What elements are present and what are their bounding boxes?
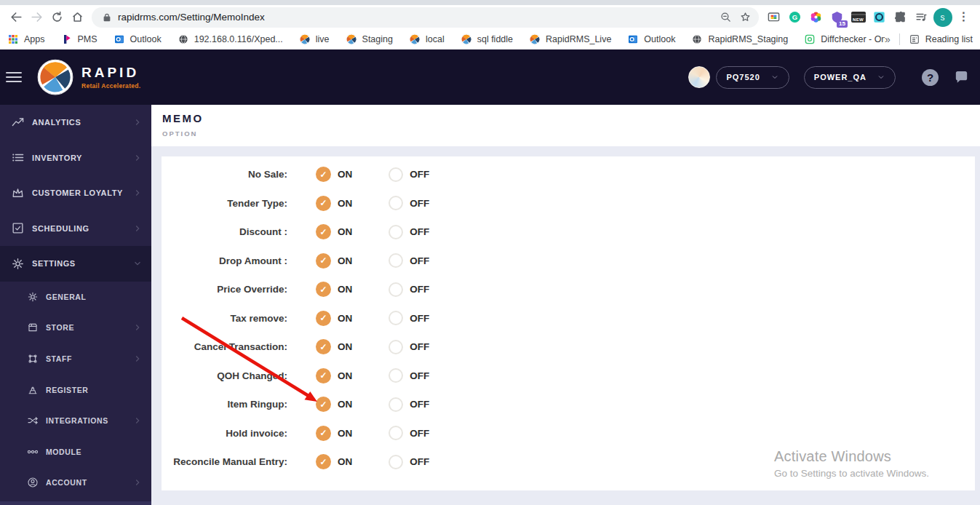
extension-badge: 15 (837, 20, 848, 28)
on-radio[interactable] (316, 426, 331, 441)
on-radio[interactable] (316, 167, 331, 182)
sidebar-subitem[interactable]: INTEGRATIONS (0, 405, 151, 437)
off-radio[interactable] (389, 196, 403, 210)
browser-profile-avatar[interactable]: s (932, 7, 953, 28)
off-radio[interactable] (389, 397, 403, 412)
colorwheel-extension-icon[interactable] (805, 7, 826, 28)
cast-extension-icon[interactable] (763, 7, 784, 28)
on-radio[interactable] (316, 454, 331, 469)
user-avatar[interactable] (688, 66, 710, 88)
off-radio[interactable] (389, 282, 403, 297)
option-label: Reconcile Manual Entry: (162, 456, 287, 467)
bookmark[interactable]: sql fiddle (461, 33, 513, 45)
off-radio[interactable] (389, 340, 403, 354)
off-radio[interactable] (389, 426, 403, 440)
sidebar-subitem[interactable]: MODULE (0, 436, 151, 467)
refresh-button[interactable] (47, 7, 67, 28)
options-card: No Sale: ON OFF Tender Type: ON O (162, 156, 975, 490)
chev-right-icon (132, 188, 143, 198)
zoom-out-icon[interactable] (720, 11, 732, 23)
sidebar-item-label: CUSTOMER LOYALTY (32, 188, 123, 197)
main-content: MEMO OPTION No Sale: ON OFF (151, 105, 980, 505)
bookmark[interactable]: PMS (61, 33, 97, 45)
bookmarks-overflow-button[interactable]: » (885, 33, 891, 45)
back-button[interactable] (6, 7, 26, 28)
on-radio[interactable] (316, 368, 331, 383)
chevron-down-icon (770, 73, 779, 81)
shield-extension-icon[interactable]: 15 (826, 7, 848, 28)
on-radio[interactable] (316, 282, 331, 297)
url-text[interactable]: rapidrms.com/Setting/MemoIndex (118, 12, 712, 23)
off-radio[interactable] (389, 455, 403, 469)
hamburger-menu-icon[interactable] (6, 72, 22, 82)
off-radio[interactable] (389, 311, 403, 325)
sidebar-subitem[interactable]: STORE (0, 312, 151, 343)
option-label: No Sale: (162, 169, 287, 180)
on-radio[interactable] (316, 224, 331, 239)
sidebar-item[interactable]: CUSTOMER LOYALTY (0, 175, 151, 211)
browser-menu-icon[interactable]: ⋮ (953, 7, 974, 28)
sidebar-subitem[interactable]: GENERAL (0, 282, 151, 313)
sidebar-item[interactable]: SETTINGS (0, 246, 151, 282)
off-radio[interactable] (389, 253, 403, 268)
option-label: QOH Changed: (162, 370, 287, 381)
bookmark[interactable]: Outlook (627, 33, 675, 45)
sidebar-item[interactable]: ANALYTICS (0, 105, 151, 140)
address-bar[interactable]: rapidrms.com/Setting/MemoIndex (92, 7, 759, 28)
bookmark[interactable]: Staging (346, 33, 393, 45)
chev-right-icon (132, 415, 143, 426)
page-title: MEMO (162, 112, 980, 124)
browser-toolbar: rapidrms.com/Setting/MemoIndex 15 NEW s … (0, 5, 980, 29)
off-radio[interactable] (389, 225, 403, 239)
globe-dark-icon (178, 33, 189, 45)
on-label: ON (338, 198, 352, 209)
on-radio[interactable] (316, 397, 331, 412)
sidebar-subitem[interactable]: STAFF (0, 343, 151, 375)
home-button[interactable] (67, 7, 87, 28)
on-label: ON (338, 399, 352, 410)
sidebar-item[interactable]: SCHEDULING (0, 211, 151, 247)
grammarly-extension-icon[interactable] (784, 7, 805, 28)
store-dropdown[interactable]: PQ7520 (716, 66, 789, 89)
bookmark[interactable]: Apps (7, 33, 45, 45)
lock-icon[interactable] (102, 12, 112, 23)
store-icon (27, 322, 39, 333)
rapid-icon (529, 33, 541, 45)
chev-right-icon (132, 153, 143, 163)
browser-tab-strip (0, 0, 980, 5)
chat-button[interactable] (953, 69, 970, 86)
option-label: Hold invoice: (162, 428, 287, 439)
option-label: Item Ringup: (162, 399, 287, 410)
on-radio[interactable] (316, 311, 331, 326)
off-radio[interactable] (389, 368, 403, 383)
bookmark[interactable]: Outlook (113, 33, 162, 45)
option-row: Discount : ON OFF (162, 218, 975, 247)
playlist-extension-icon[interactable] (911, 7, 932, 28)
off-radio[interactable] (389, 167, 403, 182)
on-radio[interactable] (316, 339, 331, 354)
bookmark[interactable]: live (299, 33, 330, 45)
bookmark[interactable]: Diffchecker - Onlin... (804, 33, 885, 45)
sidebar-item[interactable]: INVENTORY (0, 140, 151, 176)
sidebar-subitem[interactable]: ACCOUNT (0, 467, 151, 498)
extensions-puzzle-icon[interactable] (890, 7, 911, 28)
bookmark[interactable]: local (409, 33, 445, 45)
bookmark[interactable]: RapidRMS_Staging (691, 33, 788, 45)
bookmark-label: Staging (362, 34, 393, 44)
bookmark[interactable]: RapidRMS_Live (529, 33, 611, 45)
sidebar-subitem[interactable]: REGISTER (0, 374, 151, 405)
on-radio[interactable] (316, 253, 331, 269)
on-radio[interactable] (316, 196, 331, 211)
forward-button[interactable] (26, 7, 47, 28)
teal-extension-icon[interactable] (869, 7, 890, 28)
new-extension-icon[interactable]: NEW (848, 7, 869, 28)
bookmark-label: sql fiddle (477, 34, 513, 44)
chevron-down-icon (877, 73, 885, 81)
reading-list-button[interactable]: Reading list (925, 34, 973, 44)
bookmark[interactable]: 192.168.0.116/Xped... (178, 33, 283, 45)
bookmark-star-icon[interactable] (739, 11, 752, 23)
off-label: OFF (410, 399, 429, 410)
user-dropdown[interactable]: POWER_QA (804, 66, 896, 89)
help-button[interactable]: ? (922, 69, 939, 86)
on-label: ON (338, 428, 352, 439)
